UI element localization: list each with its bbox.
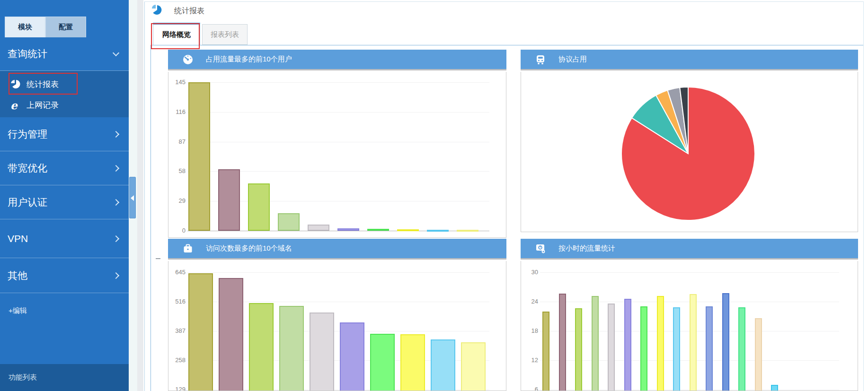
- bar: [308, 225, 329, 231]
- panel-header: 访问次数最多的前10个域名: [168, 239, 506, 260]
- sidebar-item-label: 查询统计: [8, 47, 47, 61]
- panel-body: 1451168758290: [168, 72, 506, 238]
- sidebar-footer: 功能列表: [0, 364, 129, 391]
- sidebar-item-vpn[interactable]: VPN: [0, 219, 129, 258]
- bar: [673, 307, 680, 391]
- bar: [755, 318, 762, 391]
- bar: [640, 306, 647, 391]
- gridline: [187, 112, 489, 113]
- bar: [278, 213, 300, 231]
- bar: [457, 230, 478, 232]
- y-axis-tick-label: 30: [522, 269, 538, 276]
- bar: [461, 342, 486, 391]
- bar: [575, 308, 582, 391]
- bar: [370, 334, 395, 391]
- bar: [337, 228, 359, 231]
- sidebar-tab-config[interactable]: 配置: [45, 17, 86, 37]
- content-gutter: [137, 0, 143, 391]
- bar: [219, 278, 243, 391]
- y-axis-tick-label: 387: [169, 327, 186, 334]
- bar: [624, 299, 631, 391]
- pie-svg: [521, 72, 858, 232]
- bar: [738, 307, 745, 391]
- app-window: 模块 配置 查询统计 统计报表 e 上网记录 行: [0, 0, 868, 391]
- sidebar-item-web-records[interactable]: e 上网记录: [0, 95, 129, 115]
- tab-content-border-top: [151, 45, 863, 45]
- sidebar-item-behavior[interactable]: 行为管理: [0, 117, 129, 151]
- y-axis-tick-label: 0: [169, 227, 186, 234]
- gridline: [540, 272, 839, 273]
- pie-chart-protocols: [521, 72, 858, 232]
- briefcase-icon: [182, 243, 194, 254]
- gridline: [187, 272, 489, 273]
- chevron-down-icon: [113, 50, 119, 56]
- content-header: 统计报表: [151, 4, 204, 18]
- panel-title: 协议占用: [558, 55, 587, 64]
- y-axis-tick-label: 12: [522, 356, 538, 364]
- sidebar-tab-module[interactable]: 模块: [5, 17, 45, 37]
- panel-title: 占用流量最多的前10个用户: [206, 55, 292, 64]
- panel-body: [521, 72, 858, 232]
- bar: [310, 313, 334, 391]
- y-axis-tick-label: 129: [169, 386, 186, 391]
- edit-button[interactable]: +编辑: [9, 306, 27, 315]
- sidebar-item-other[interactable]: 其他: [0, 258, 129, 293]
- y-axis-tick-label: 516: [169, 298, 186, 305]
- annotation-box-active-tab: [151, 23, 200, 49]
- bar: [367, 229, 389, 231]
- y-axis-tick-label: 258: [169, 356, 186, 364]
- panel-body: 302418126: [521, 261, 858, 391]
- y-axis-tick-label: 58: [169, 167, 186, 174]
- bar: [188, 82, 210, 231]
- page-title: 统计报表: [174, 6, 204, 16]
- panel-protocols: 协议占用: [521, 50, 858, 232]
- bar: [218, 169, 240, 231]
- bar: [431, 339, 455, 391]
- chevron-right-icon: [113, 272, 119, 278]
- y-axis-tick-label: 87: [169, 138, 186, 145]
- sidebar-collapse-handle[interactable]: [129, 177, 136, 218]
- bar: [657, 296, 664, 391]
- panel-header: 协议占用: [521, 50, 858, 70]
- bar: [706, 306, 713, 391]
- tab-report-list[interactable]: 报表列表: [202, 24, 248, 45]
- y-axis-tick-label: 145: [169, 78, 186, 86]
- triangle-left-icon: [131, 195, 134, 201]
- bar: [249, 303, 274, 391]
- panel-header: 按小时的流量统计: [521, 239, 858, 260]
- panel-top-users: 占用流量最多的前10个用户 1451168758290: [168, 50, 506, 238]
- y-axis-tick-label: 645: [169, 269, 186, 276]
- bar: [690, 294, 697, 391]
- annotation-box-stat-report: [9, 73, 78, 95]
- chevron-right-icon: [113, 130, 119, 137]
- panel-title: 访问次数最多的前10个域名: [206, 244, 292, 253]
- sidebar-item-query-stats[interactable]: 查询统计: [0, 37, 129, 71]
- bar: [608, 304, 615, 391]
- panel-top-domains: 访问次数最多的前10个域名 645516387258129: [168, 239, 506, 391]
- panel-header: 占用流量最多的前10个用户: [168, 50, 506, 70]
- ie-browser-icon: e: [10, 100, 27, 111]
- panel-body: 645516387258129: [168, 261, 506, 391]
- chevron-right-icon: [113, 165, 119, 171]
- bar-chart-hourly-traffic: 302418126: [521, 261, 858, 391]
- bar: [248, 183, 270, 231]
- collapse-dash: [156, 258, 160, 259]
- sidebar-item-auth[interactable]: 用户认证: [0, 185, 129, 219]
- y-axis-tick-label: 18: [522, 327, 538, 334]
- bar: [400, 334, 425, 391]
- gauge-icon: [182, 54, 194, 65]
- bar: [542, 312, 549, 391]
- pie-chart-icon: [151, 4, 164, 17]
- panel-hourly-traffic: 按小时的流量统计 302418126: [521, 239, 858, 391]
- sidebar-item-label: 用户认证: [8, 196, 47, 209]
- bar: [559, 294, 566, 391]
- sidebar: 模块 配置 查询统计 统计报表 e 上网记录 行: [0, 0, 129, 391]
- y-axis-tick-label: 116: [169, 108, 186, 115]
- sidebar-item-label: 带宽优化: [8, 162, 47, 175]
- y-axis-tick-label: 24: [522, 298, 538, 305]
- tab-content-border-left: [151, 45, 151, 391]
- bar: [340, 322, 364, 391]
- bar: [188, 273, 213, 391]
- sidebar-item-bandwidth[interactable]: 带宽优化: [0, 151, 129, 185]
- bar: [771, 385, 778, 391]
